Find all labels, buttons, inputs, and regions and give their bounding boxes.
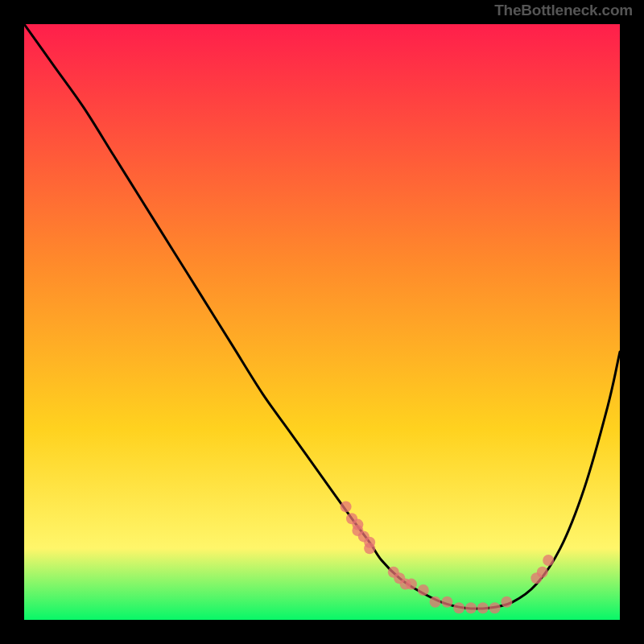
chart-container: TheBottleneck.com — [0, 0, 644, 644]
data-marker — [501, 597, 512, 608]
data-marker — [453, 602, 464, 613]
data-marker — [418, 584, 429, 596]
data-marker — [477, 602, 489, 613]
data-marker — [489, 602, 501, 613]
data-marker — [465, 602, 477, 613]
data-marker — [341, 501, 352, 512]
bottleneck-chart — [24, 24, 620, 620]
data-marker — [537, 567, 548, 578]
data-marker — [364, 543, 375, 554]
data-marker — [406, 579, 417, 590]
attribution-label: TheBottleneck.com — [494, 2, 633, 19]
gradient-background — [24, 24, 620, 620]
data-marker — [543, 555, 554, 566]
data-marker — [441, 597, 452, 608]
data-marker — [430, 597, 441, 608]
